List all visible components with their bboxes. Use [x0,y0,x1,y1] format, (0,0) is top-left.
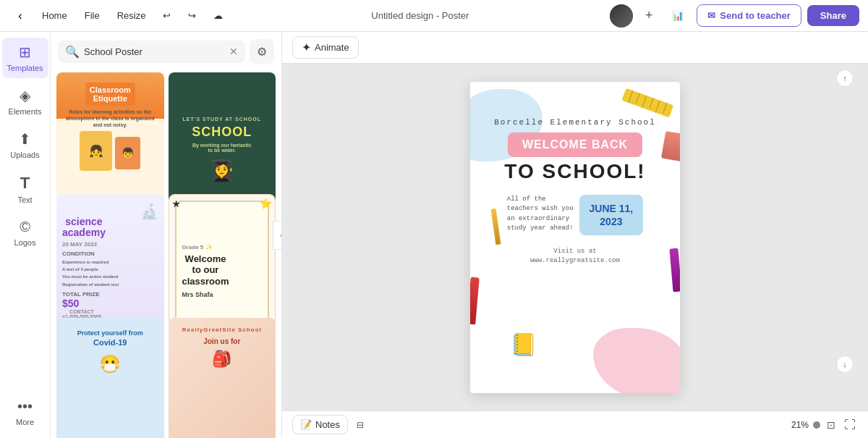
sidebar-item-templates-label: Templates [7,64,43,72]
avatar-image [610,4,633,28]
poster-date-line2: 2023 [590,215,634,228]
search-area: 🔍 ✕ ⚙ [51,32,281,70]
canvas-toolbar: ✦ Animate [282,32,868,64]
template-card-covid[interactable]: Protect yourself fromCovid-19 😷 [56,318,164,438]
poster-content: Borcelle Elementary School WELCOME BACK … [470,82,680,393]
text-icon: T [20,174,30,193]
fit-page-button[interactable]: ⊡ [825,417,838,433]
nav-right-actions: + 📊 ✉ Send to teacher Share [610,4,859,28]
redo-button[interactable]: ↪ [181,6,203,25]
scroll-up-button[interactable]: ↑ [836,70,854,87]
send-to-teacher-button[interactable]: ✉ Send to teacher [697,4,801,27]
templates-icon: ⊞ [19,43,31,61]
sidebar-item-uploads[interactable]: ⬆ Uploads [2,125,48,165]
arrow-down-icon: ↓ [843,360,847,368]
left-sidebar: ⊞ Templates ◈ Elements ⬆ Uploads T Text … [0,32,51,438]
poster-middle-section: All of theteachers wish youan extraordin… [507,195,644,235]
zoom-slider-dot[interactable] [813,421,820,429]
elements-icon: ◈ [20,87,30,104]
plus-icon: + [645,8,653,23]
expand-button[interactable]: ⛶ [842,416,858,434]
logos-icon: © [20,219,30,235]
undo-icon: ↩ [163,10,171,21]
notes-button[interactable]: 📝 Notes [292,415,348,434]
hide-panel-button[interactable]: ‹ [273,221,282,250]
add-page-button[interactable]: + [639,6,659,26]
sidebar-item-more-label: More [16,418,34,426]
search-box: 🔍 ✕ [58,41,245,63]
share-button[interactable]: Share [807,5,859,26]
zoom-display: 21% ⊡ ⛶ [791,416,858,434]
arrow-up-icon: ↑ [843,74,847,83]
poster-date-line1: JUNE 11, [590,202,634,215]
document-title: Untitled design - Poster [233,10,607,21]
filter-button[interactable]: ⚙ [250,39,274,64]
poster-school-name: Borcelle Elementary School [494,118,656,127]
cloud-icon: ☁ [213,10,223,21]
resize-nav-button[interactable]: Resize [110,6,153,25]
poster-canvas[interactable]: 📒 Borcelle Elementary School WELCOME BAC… [470,82,680,393]
templates-grid: ClassroomEtiquette Rules for learning ac… [51,70,281,438]
poster-date-box: JUNE 11, 2023 [579,195,644,235]
poster-website: www.reallygreatsite.com [530,257,620,264]
sidebar-item-elements[interactable]: ◈ Elements [2,81,48,122]
sidebar-item-text[interactable]: T Text [2,168,48,210]
fit-page-icon: ⊡ [827,419,835,431]
cloud-save-button[interactable]: ☁ [206,6,230,25]
avatar-button[interactable] [610,4,633,28]
back-button[interactable]: ‹ [9,4,32,28]
sidebar-item-templates[interactable]: ⊞ Templates [2,38,48,78]
home-nav-button[interactable]: Home [35,6,75,25]
uploads-icon: ⬆ [19,130,31,148]
more-icon: ••• [17,398,33,415]
activity-button[interactable]: 📊 [665,6,691,25]
search-icon: 🔍 [65,45,80,59]
sidebar-item-uploads-label: Uploads [10,151,39,159]
undo-button[interactable]: ↩ [156,6,178,25]
poster-welcome-back: WELCOME BACK [508,132,642,157]
poster-wish-text: All of theteachers wish youan extraordin… [507,195,574,234]
sidebar-item-logos-label: Logos [14,238,36,247]
sidebar-item-logos[interactable]: © Logos [2,213,48,253]
sidebar-item-more[interactable]: ••• More [2,392,48,432]
send-icon: ✉ [707,10,715,21]
show-pages-button[interactable]: ⊟ [357,420,364,430]
sidebar-item-text-label: Text [17,195,32,204]
expand-icon: ⛶ [844,418,856,431]
search-input[interactable] [84,46,225,57]
poster-visit-label: Visit us at [553,248,596,255]
animate-icon: ✦ [302,41,311,54]
zoom-value: 21% [791,420,809,430]
poster-visit-section: Visit us at www.reallygreatsite.com [530,247,620,266]
scroll-down-button[interactable]: ↓ [836,355,854,373]
animate-button[interactable]: ✦ Animate [292,36,359,59]
notes-icon: 📝 [300,419,312,430]
redo-icon: ↪ [188,10,196,21]
sidebar-item-elements-label: Elements [9,107,42,116]
templates-panel: 🔍 ✕ ⚙ ClassroomEtiquette Rules for learn… [51,32,282,438]
pages-icon: ⊟ [357,420,364,430]
file-nav-button[interactable]: File [77,6,107,25]
poster-to-school: TO SCHOOL! [504,160,645,183]
filter-icon: ⚙ [257,45,267,59]
canvas-area: ✦ Animate [282,32,868,438]
activity-icon: 📊 [672,10,684,21]
main-area: ⊞ Templates ◈ Elements ⬆ Uploads T Text … [0,32,868,438]
canvas-viewport[interactable]: 📒 Borcelle Elementary School WELCOME BAC… [282,64,868,410]
canvas-bottom-toolbar: 📝 Notes ⊟ 21% ⊡ ⛶ [282,410,868,438]
template-card-join-us[interactable]: ReallyGreatSite School Join us for 🎒 [169,318,276,438]
top-navbar: ‹ Home File Resize ↩ ↪ ☁ Untitled design… [0,0,868,32]
search-clear-button[interactable]: ✕ [229,46,238,57]
